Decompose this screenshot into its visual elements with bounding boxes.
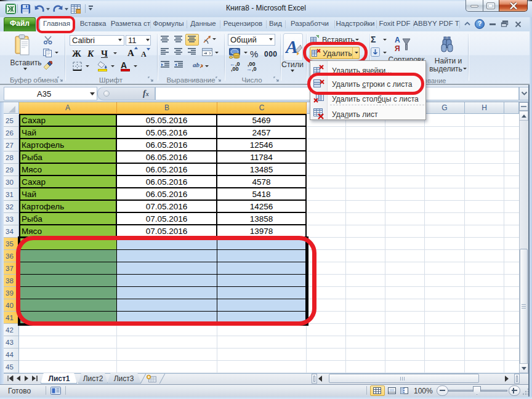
svg-text:А: А xyxy=(395,36,400,44)
svg-text:Я: Я xyxy=(395,44,400,53)
svg-text:A: A xyxy=(285,36,298,57)
svg-text:ab: ab xyxy=(193,61,200,68)
